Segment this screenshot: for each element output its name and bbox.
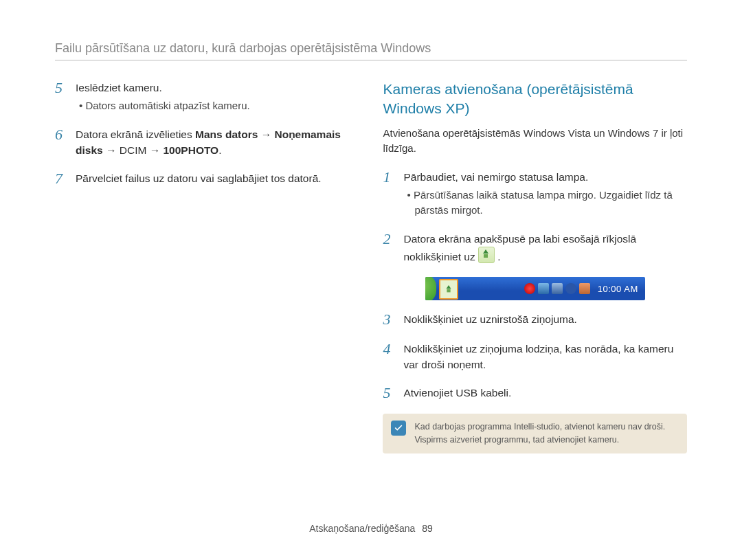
step-number: 6 (55, 126, 66, 143)
step-number: 1 (383, 169, 394, 186)
step-body: Ieslēdziet kameru. Dators automātiski at… (76, 80, 344, 114)
tray-network-icon (538, 283, 549, 294)
step-text: Pārvelciet failus uz datoru vai saglabāj… (76, 172, 322, 184)
footer-section: Atskaņošana/rediģēšana (309, 523, 415, 534)
right-step-1: 1 Pārbaudiet, vai nemirgo statusa lampa.… (383, 169, 687, 219)
svg-rect-0 (484, 254, 488, 258)
right-step-5: 5 Atvienojiet USB kabeli. (383, 385, 687, 401)
note-box: Kad darbojas programma Intelli-studio, a… (383, 414, 687, 453)
step-text: Noklikšķiniet uz uznirstošā ziņojuma. (403, 311, 687, 327)
safely-remove-icon (478, 247, 495, 263)
step-text: Ieslēdziet kameru. (76, 82, 162, 93)
step-sub: Pārsūtīšanas laikā statusa lampa mirgo. … (403, 188, 687, 219)
tray-monitor-icon (552, 283, 563, 294)
taskbar: 10:00 AM (425, 277, 645, 300)
right-step-4: 4 Noklikšķiniet uz ziņojuma lodziņa, kas… (383, 341, 687, 373)
taskbar-clock: 10:00 AM (598, 284, 638, 294)
right-column: Kameras atvienošana (operētājsistēmā Win… (383, 80, 687, 453)
note-icon (391, 421, 406, 436)
left-step-7: 7 Pārvelciet failus uz datoru vai saglab… (55, 170, 344, 187)
step6-bold1: Mans dators (195, 128, 258, 140)
section-title: Kameras atvienošana (operētājsistēmā Win… (383, 80, 687, 119)
step-number: 2 (383, 231, 394, 247)
step2-prefix: Datora ekrāna apakšpusē pa labi esošajā … (403, 233, 636, 262)
page-header: Failu pārsūtīšana uz datoru, kurā darboj… (55, 41, 687, 56)
left-step-5: 5 Ieslēdziet kameru. Dators automātiski … (55, 80, 344, 114)
tray-misc-icon (579, 283, 590, 294)
note-text: Kad darbojas programma Intelli-studio, a… (414, 421, 679, 447)
step-body: Pārbaudiet, vai nemirgo statusa lampa. P… (403, 169, 687, 219)
step-body: Pārvelciet failus uz datoru vai saglabāj… (76, 170, 344, 186)
left-column: 5 Ieslēdziet kameru. Dators automātiski … (55, 80, 344, 453)
right-step-2: 2 Datora ekrāna apakšpusē pa labi esošaj… (383, 231, 687, 265)
step-body: Datora ekrāna apakšpusē pa labi esošajā … (403, 231, 687, 265)
arrow: → (258, 128, 274, 140)
system-tray: 10:00 AM (512, 283, 645, 294)
section-subtitle: Atvienošana operētājsistēmās Windows Vis… (383, 126, 687, 157)
step6-prefix: Datora ekrānā izvēlieties (76, 128, 195, 140)
right-step-3: 3 Noklikšķiniet uz uznirstošā ziņojuma. (383, 311, 687, 328)
page: Failu pārsūtīšana uz datoru, kurā darboj… (0, 0, 742, 560)
start-button (425, 277, 436, 300)
arrow: → DCIM → (103, 144, 164, 156)
footer: Atskaņošana/rediģēšana 89 (0, 523, 742, 534)
columns: 5 Ieslēdziet kameru. Dators automātiski … (55, 80, 687, 453)
taskbar-image: 10:00 AM (383, 277, 687, 300)
step-body: Datora ekrānā izvēlieties Mans dators → … (76, 126, 344, 159)
svg-rect-1 (447, 289, 450, 292)
left-step-6: 6 Datora ekrānā izvēlieties Mans dators … (55, 126, 344, 159)
step-number: 4 (383, 341, 394, 357)
step6-bold3: 100PHOTO (163, 144, 218, 156)
tray-volume-icon (565, 283, 576, 294)
step-text: Noklikšķiniet uz ziņojuma lodziņa, kas n… (403, 341, 687, 373)
step-number: 7 (55, 170, 66, 187)
step2-suffix: . (497, 251, 500, 262)
page-number: 89 (422, 523, 433, 534)
safely-remove-tray-highlight (439, 279, 458, 300)
step-text: Atvienojiet USB kabeli. (403, 385, 687, 401)
step-text: Pārbaudiet, vai nemirgo statusa lampa. (403, 171, 588, 183)
tray-icons (512, 283, 594, 294)
step-number: 5 (383, 385, 394, 401)
tray-shield-icon (524, 283, 535, 294)
step-number: 3 (383, 311, 394, 328)
step-number: 5 (55, 80, 66, 96)
step6-suffix: . (218, 144, 221, 156)
step-sub: Dators automātiski atpazīst kameru. (76, 98, 344, 114)
header-divider (55, 60, 687, 60)
